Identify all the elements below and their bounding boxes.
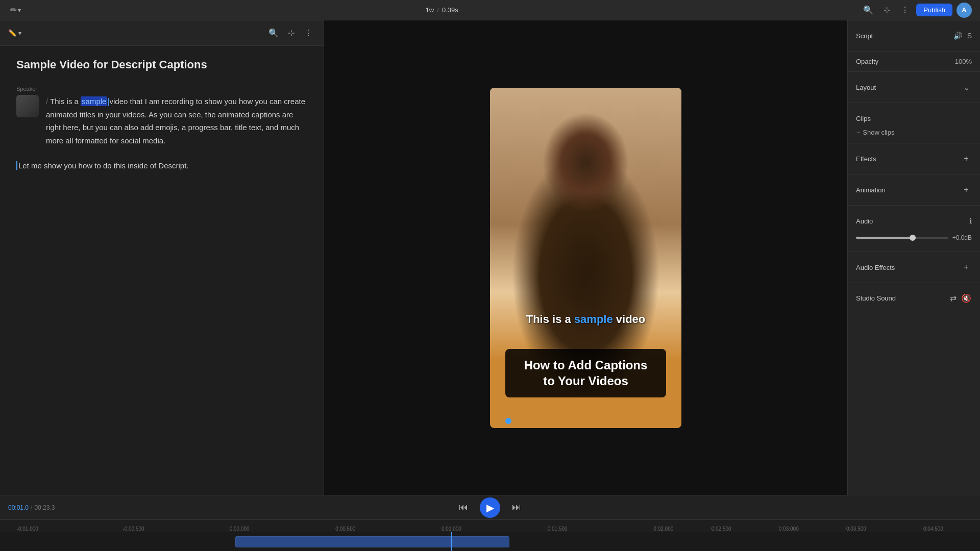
skip-forward-button[interactable]: ⏭: [508, 499, 525, 516]
clips-row: Clips: [856, 109, 972, 128]
ruler-mark-2.5: 0:02.500: [712, 526, 731, 532]
animation-section: Animation +: [848, 174, 980, 206]
duration-value: 0.39s: [442, 6, 458, 14]
timeline-area: 00:01.0 / 00:23.3 ⏮ ▶ ⏭ -0:01.000 -0:00.…: [0, 495, 980, 551]
highlighted-word: sample: [81, 96, 107, 106]
audio-label-row: Audio ℹ: [856, 212, 972, 230]
studio-sound-icons: ⇄ 🔇: [947, 292, 972, 304]
topbar-right: 🔍 ⊹ ⋮ Publish A: [861, 3, 972, 18]
layout-label: Layout: [856, 84, 876, 91]
more-button[interactable]: ⋮: [898, 3, 912, 17]
script-tab-row: Script 🔊 S: [856, 28, 972, 44]
script-content[interactable]: Sample Video for Descript Captions Speak…: [0, 46, 324, 495]
clips-show-row: ··· Show clips: [856, 128, 972, 137]
audio-effects-section: Audio Effects +: [848, 252, 980, 283]
script-edit-mode[interactable]: ✏️ ▾: [8, 29, 21, 37]
effects-add-button[interactable]: +: [961, 153, 972, 164]
opacity-section: Opacity 100%: [848, 52, 980, 72]
animation-add-button[interactable]: +: [961, 184, 972, 195]
chevron-down-icon: ⌄: [963, 83, 970, 92]
script-align-button[interactable]: ⊹: [284, 26, 298, 40]
total-time: 00:23.3: [34, 504, 55, 511]
studio-sound-label: Studio Sound: [856, 294, 896, 302]
edit-mode-button[interactable]: ✏ ▾: [8, 3, 22, 17]
audio-effects-plus-icon: +: [964, 263, 968, 272]
time-value: 1w: [426, 6, 434, 14]
audio-effects-add-button[interactable]: +: [961, 262, 972, 273]
edit-icon: ✏: [10, 5, 17, 15]
ruler-mark-4.5: 0:04.500: [923, 526, 943, 532]
studio-sound-row: Studio Sound ⇄ 🔇: [856, 289, 972, 307]
speaker-label: Speaker: [16, 86, 307, 92]
animation-label: Animation: [856, 186, 886, 194]
video-progress-dot: [505, 418, 511, 424]
opacity-label: Opacity: [856, 58, 878, 65]
topbar-separator: /: [437, 6, 439, 14]
ruler-mark-neg1: -0:01.000: [17, 526, 38, 532]
speaker-avatar: [16, 95, 39, 117]
topbar-left: ✏ ▾: [8, 3, 22, 17]
more-icon: ⋮: [901, 5, 909, 15]
avatar-image: [16, 95, 39, 117]
ruler-mark-3.5: 0:03.500: [846, 526, 866, 532]
time-sep: /: [31, 504, 32, 511]
time-display: 00:01.0 / 00:23.3: [8, 504, 55, 511]
search-button[interactable]: 🔍: [861, 3, 875, 17]
script-align-icon: ⊹: [288, 28, 295, 38]
studio-settings-icon: ⇄: [950, 293, 957, 303]
studio-sound-settings-button[interactable]: ⇄: [947, 292, 959, 304]
current-time: 00:01.0: [8, 504, 29, 511]
effects-label: Effects: [856, 155, 876, 163]
playhead: [451, 532, 452, 551]
para2-cursor: [16, 161, 17, 170]
main-content: ✏️ ▾ 🔍 ⊹ ⋮ Sample Video for Descript Cap…: [0, 20, 980, 495]
ruler-mark-neg0.5: -0:00.500: [122, 526, 144, 532]
audio-volume-slider[interactable]: [856, 237, 948, 239]
layout-row: Layout ⌄: [856, 78, 972, 96]
publish-button[interactable]: Publish: [916, 4, 952, 16]
speaker-row: / This is a samplevideo that I am record…: [16, 95, 307, 147]
script-paragraph-2[interactable]: Let me show you how to do this inside of…: [16, 159, 307, 172]
text-cursor: [108, 98, 109, 106]
script-panel: ✏️ ▾ 🔍 ⊹ ⋮ Sample Video for Descript Cap…: [0, 20, 324, 495]
effects-section: Effects +: [848, 143, 980, 174]
skip-back-button[interactable]: ⏮: [455, 499, 472, 516]
script-paragraph-1[interactable]: / This is a samplevideo that I am record…: [46, 95, 307, 147]
timeline-clip-1[interactable]: [235, 536, 510, 547]
effects-row: Effects +: [856, 149, 972, 168]
script-s-label: S: [967, 32, 972, 40]
audio-effects-label: Audio Effects: [856, 264, 895, 271]
video-panel: This is a sample video How to Add Captio…: [324, 20, 847, 495]
audio-label: Audio: [856, 217, 873, 225]
layout-expand-button[interactable]: ⌄: [961, 82, 972, 93]
play-button[interactable]: ▶: [480, 497, 500, 518]
search-script-icon: 🔍: [268, 28, 279, 38]
opacity-row: Opacity 100%: [856, 58, 972, 65]
opacity-value: 100%: [955, 58, 972, 65]
caption-overlay: This is a sample video: [490, 313, 681, 326]
audio-section: Audio ℹ +0.0dB: [848, 206, 980, 252]
search-script-button[interactable]: 🔍: [266, 26, 281, 40]
script-more-button[interactable]: ⋮: [301, 26, 315, 40]
audio-info-icon: ℹ: [969, 217, 972, 225]
studio-sound-section: Studio Sound ⇄ 🔇: [848, 283, 980, 313]
show-clips-button[interactable]: Show clips: [863, 129, 894, 136]
avatar: A: [957, 3, 972, 18]
ruler-mark-1.5: 0:01.500: [548, 526, 568, 532]
animation-plus-icon: +: [964, 185, 968, 194]
script-row: Script 🔊 S: [856, 27, 972, 45]
script-tools: 🔍 ⊹ ⋮: [266, 26, 315, 40]
topbar-center: 1w / 0.39s: [29, 6, 855, 14]
audio-icon: 🔊: [953, 32, 962, 40]
timeline-ruler: -0:01.000 -0:00.500 0:00.000 0:00.500 0:…: [0, 520, 980, 532]
pen-icon: ✏️: [8, 29, 16, 37]
timeline-tracks[interactable]: [0, 532, 980, 551]
script-toolbar: ✏️ ▾ 🔍 ⊹ ⋮: [0, 20, 324, 46]
properties-panel: Script 🔊 S Opacity 100% Layout ⌄: [847, 20, 980, 495]
audio-slider-fill: [856, 237, 916, 239]
align-button[interactable]: ⊹: [879, 3, 894, 17]
align-icon: ⊹: [884, 5, 890, 15]
studio-sound-toggle-button[interactable]: 🔇: [961, 292, 972, 304]
title-line-1: How to Add Captions: [516, 357, 656, 373]
ruler-mark-1: 0:01.000: [442, 526, 461, 532]
